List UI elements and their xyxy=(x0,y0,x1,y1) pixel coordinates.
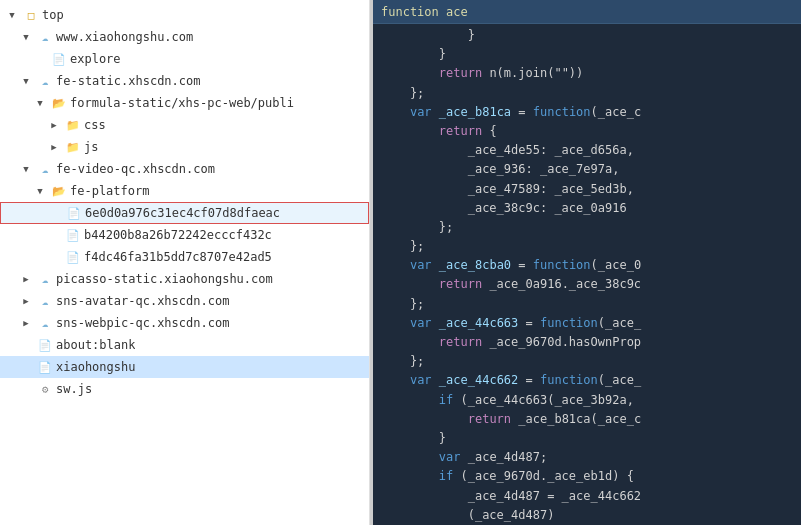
code-line: return _ace_0a916._ace_38c9c xyxy=(381,275,793,294)
code-line: _ace_936: _ace_7e97a, xyxy=(381,160,793,179)
tree-item-xiaohongshu[interactable]: 📄 xiaohongshu xyxy=(0,356,369,378)
cloud-icon: ☁ xyxy=(37,29,53,45)
tree-label: fe-video-qc.xhscdn.com xyxy=(56,162,215,176)
folder-icon: 📁 xyxy=(65,117,81,133)
cloud-icon: ☁ xyxy=(37,73,53,89)
tree-label: picasso-static.xiaohongshu.com xyxy=(56,272,273,286)
file-orange-icon: 📄 xyxy=(66,205,82,221)
spacer-icon xyxy=(18,359,34,375)
tree-item-picasso[interactable]: ▶ ☁ picasso-static.xiaohongshu.com xyxy=(0,268,369,290)
code-line: return _ace_b81ca(_ace_c xyxy=(381,410,793,429)
code-line: var _ace_8cba0 = function(_ace_0 xyxy=(381,256,793,275)
code-line: }; xyxy=(381,295,793,314)
expand-icon: ▼ xyxy=(32,183,48,199)
tree-label: fe-platform xyxy=(70,184,149,198)
expand-icon: ▶ xyxy=(46,117,62,133)
tree-item-aboutblank[interactable]: 📄 about:blank xyxy=(0,334,369,356)
file-white-icon: 📄 xyxy=(37,337,53,353)
code-line: } xyxy=(381,26,793,45)
tree-label: explore xyxy=(70,52,121,66)
tree-label: f4dc46fa31b5dd7c8707e42ad5 xyxy=(84,250,272,264)
code-line: _ace_47589: _ace_5ed3b, xyxy=(381,180,793,199)
code-line: return { xyxy=(381,122,793,141)
spacer-icon xyxy=(18,337,34,353)
tree-label: sns-avatar-qc.xhscdn.com xyxy=(56,294,229,308)
tree-label: formula-static/xhs-pc-web/publi xyxy=(70,96,294,110)
code-line: var _ace_4d487; xyxy=(381,448,793,467)
folder-icon: □ xyxy=(23,7,39,23)
code-line: }; xyxy=(381,218,793,237)
tree-item-explore[interactable]: 📄 explore xyxy=(0,48,369,70)
tree-label: top xyxy=(42,8,64,22)
expand-icon: ▼ xyxy=(18,73,34,89)
cloud-icon: ☁ xyxy=(37,161,53,177)
tree-label: sns-webpic-qc.xhscdn.com xyxy=(56,316,229,330)
code-line: }; xyxy=(381,84,793,103)
cloud-icon: ☁ xyxy=(37,271,53,287)
tree-item-file2[interactable]: 📄 b44200b8a26b72242ecccf432c xyxy=(0,224,369,246)
tree-label: fe-static.xhscdn.com xyxy=(56,74,201,88)
code-line: var _ace_44c662 = function(_ace_ xyxy=(381,371,793,390)
expand-icon: ▶ xyxy=(46,139,62,155)
code-line: _ace_4de55: _ace_d656a, xyxy=(381,141,793,160)
tree-label: about:blank xyxy=(56,338,135,352)
code-line: _ace_38c9c: _ace_0a916 xyxy=(381,199,793,218)
file-white-icon: 📄 xyxy=(65,227,81,243)
tree-item-swjs[interactable]: ⚙ sw.js xyxy=(0,378,369,400)
func-ace-header: function ace xyxy=(381,5,468,19)
tree-item-css[interactable]: ▶ 📁 css xyxy=(0,114,369,136)
code-line: }; xyxy=(381,237,793,256)
cloud-icon: ☁ xyxy=(37,293,53,309)
tree-item-www[interactable]: ▼ ☁ www.xiaohongshu.com xyxy=(0,26,369,48)
gear-icon: ⚙ xyxy=(37,381,53,397)
file-orange-icon: 📄 xyxy=(37,359,53,375)
file-white-icon: 📄 xyxy=(65,249,81,265)
folder-icon: 📁 xyxy=(65,139,81,155)
expand-icon: ▶ xyxy=(18,293,34,309)
expand-icon: ▼ xyxy=(32,95,48,111)
cloud-icon: ☁ xyxy=(37,315,53,331)
file-icon: 📄 xyxy=(51,51,67,67)
code-line: return _ace_9670d.hasOwnProp xyxy=(381,333,793,352)
tree-item-js[interactable]: ▶ 📁 js xyxy=(0,136,369,158)
tree-label: css xyxy=(84,118,106,132)
expand-icon: ▶ xyxy=(18,271,34,287)
spacer-icon xyxy=(18,381,34,397)
code-line: return n(m.join("")) xyxy=(381,64,793,83)
expand-icon: ▼ xyxy=(18,29,34,45)
code-panel: function ace } } return n(m.join("")) };… xyxy=(373,0,801,525)
code-line: (_ace_4d487) xyxy=(381,506,793,525)
code-line: }; xyxy=(381,352,793,371)
file-tree: ▼ □ top ▼ ☁ www.xiaohongshu.com 📄 explor… xyxy=(0,0,370,525)
code-line: var _ace_b81ca = function(_ace_c xyxy=(381,103,793,122)
code-line: var _ace_44c663 = function(_ace_ xyxy=(381,314,793,333)
expand-icon: ▼ xyxy=(18,161,34,177)
tree-item-fevideo[interactable]: ▼ ☁ fe-video-qc.xhscdn.com xyxy=(0,158,369,180)
tree-item-snsavatar[interactable]: ▶ ☁ sns-avatar-qc.xhscdn.com xyxy=(0,290,369,312)
tree-label: 6e0d0a976c31ec4cf07d8dfaeac xyxy=(85,206,280,220)
tree-item-snswebpic[interactable]: ▶ ☁ sns-webpic-qc.xhscdn.com xyxy=(0,312,369,334)
spacer-icon xyxy=(32,51,48,67)
code-line: if (_ace_9670d._ace_eb1d) { xyxy=(381,467,793,486)
tree-label: xiaohongshu xyxy=(56,360,135,374)
code-line: } xyxy=(381,429,793,448)
tree-label: sw.js xyxy=(56,382,92,396)
tree-label: www.xiaohongshu.com xyxy=(56,30,193,44)
tree-item-formula[interactable]: ▼ 📂 formula-static/xhs-pc-web/publi xyxy=(0,92,369,114)
folder-open-icon: 📂 xyxy=(51,183,67,199)
expand-icon: ▼ xyxy=(4,7,20,23)
tree-item-festatic[interactable]: ▼ ☁ fe-static.xhscdn.com xyxy=(0,70,369,92)
folder-open-icon: 📂 xyxy=(51,95,67,111)
tree-label: js xyxy=(84,140,98,154)
tree-item-feplatform[interactable]: ▼ 📂 fe-platform xyxy=(0,180,369,202)
spacer-icon xyxy=(46,249,62,265)
tree-item-top[interactable]: ▼ □ top xyxy=(0,4,369,26)
code-editor[interactable]: } } return n(m.join("")) }; var _ace_b81… xyxy=(373,24,801,525)
tree-item-file1[interactable]: 📄 6e0d0a976c31ec4cf07d8dfaeac xyxy=(0,202,369,224)
code-line: if (_ace_44c663(_ace_3b92a, xyxy=(381,391,793,410)
expand-icon: ▶ xyxy=(18,315,34,331)
tree-item-file3[interactable]: 📄 f4dc46fa31b5dd7c8707e42ad5 xyxy=(0,246,369,268)
code-line: _ace_4d487 = _ace_44c662 xyxy=(381,487,793,506)
spacer-icon xyxy=(46,227,62,243)
tree-label: b44200b8a26b72242ecccf432c xyxy=(84,228,272,242)
